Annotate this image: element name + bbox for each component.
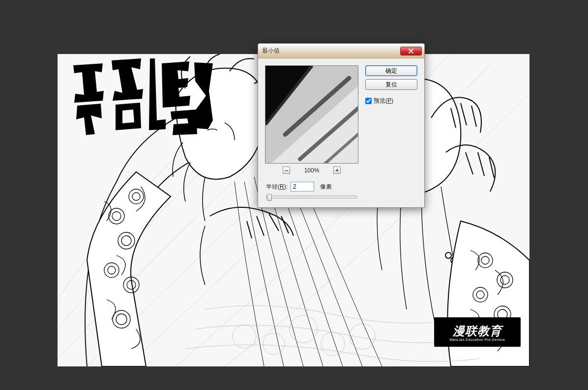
dialog-body: − 100% + 半径(R): 像素 确定 复位 bbox=[258, 58, 424, 207]
radius-row: 半径(R): 像素 bbox=[265, 182, 358, 192]
watermark-main-text: 漫联教育 bbox=[453, 323, 502, 339]
zoom-out-button[interactable]: − bbox=[283, 167, 290, 174]
preview-checkbox-label: 预览(P) bbox=[374, 97, 393, 105]
watermark-sub-text: ManLian Education Pre-Service bbox=[450, 338, 505, 341]
minimum-filter-dialog: 最小值 bbox=[258, 43, 425, 208]
zoom-controls: − 100% + bbox=[265, 167, 358, 174]
preview-image bbox=[265, 66, 358, 164]
zoom-in-button[interactable]: + bbox=[333, 167, 341, 174]
preview-column: − 100% + bbox=[265, 65, 358, 174]
ok-button[interactable]: 确定 bbox=[365, 65, 417, 76]
dialog-title: 最小值 bbox=[262, 47, 400, 55]
title-calligraphy bbox=[67, 56, 215, 140]
dialog-left-column: − 100% + 半径(R): 像素 bbox=[265, 65, 358, 198]
preview-thumbnail[interactable] bbox=[265, 65, 358, 164]
dialog-controls-column: 确定 复位 预览(P) bbox=[365, 65, 417, 198]
radius-label: 半径(R): bbox=[266, 183, 288, 191]
reset-button[interactable]: 复位 bbox=[365, 79, 417, 90]
zoom-level-label: 100% bbox=[302, 167, 322, 174]
preview-checkbox[interactable] bbox=[365, 98, 372, 104]
slider-track bbox=[266, 195, 357, 198]
svg-point-17 bbox=[445, 252, 451, 258]
slider-thumb[interactable] bbox=[267, 194, 272, 201]
close-icon bbox=[409, 49, 413, 54]
dialog-titlebar[interactable]: 最小值 bbox=[258, 44, 424, 58]
preview-checkbox-row[interactable]: 预览(P) bbox=[365, 97, 417, 105]
radius-unit-label: 像素 bbox=[320, 183, 332, 191]
radius-input[interactable] bbox=[291, 182, 314, 192]
watermark-logo: 漫联教育 ManLian Education Pre-Service bbox=[434, 317, 521, 347]
close-button[interactable] bbox=[400, 47, 422, 56]
radius-slider[interactable] bbox=[265, 195, 358, 198]
